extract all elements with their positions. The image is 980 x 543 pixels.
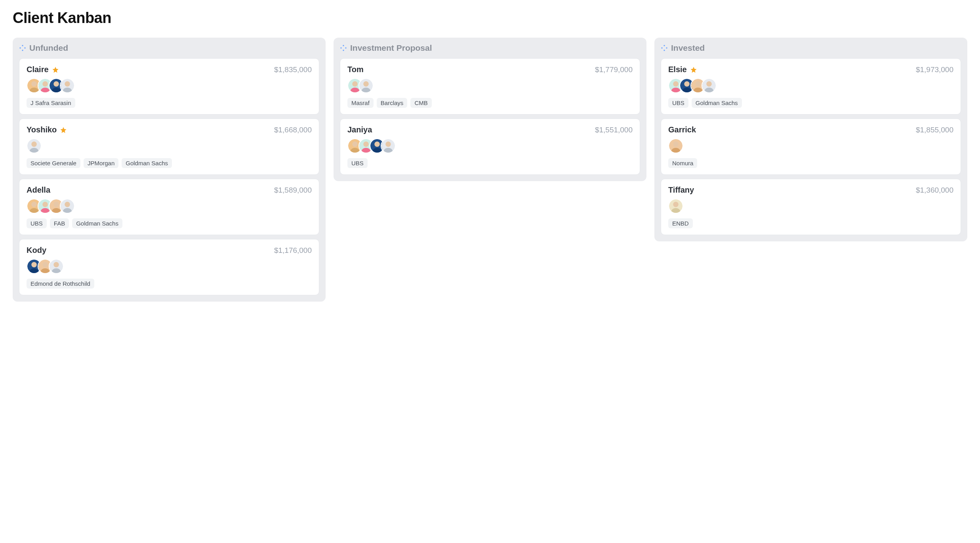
card-header: Yoshiko$1,668,000 (27, 125, 312, 134)
svg-point-37 (352, 141, 358, 147)
avatar (60, 199, 75, 214)
diamond-icon (340, 44, 347, 52)
svg-point-19 (53, 202, 59, 207)
svg-point-17 (42, 202, 48, 207)
tag: ENBD (668, 218, 693, 228)
card-header: Adella$1,589,000 (27, 185, 312, 195)
svg-point-43 (385, 141, 391, 147)
tag: JPMorgan (84, 158, 118, 168)
tag-list: Edmond de Rothschild (27, 279, 312, 289)
column-title: Unfunded (29, 43, 68, 53)
cards-list: Tom$1,779,000MasrafBarclaysCMBJaniya$1,5… (340, 58, 640, 175)
tag: UBS (27, 218, 47, 228)
client-amount: $1,779,000 (595, 65, 633, 74)
client-card[interactable]: Elsie$1,973,000UBSGoldman Sachs (661, 58, 961, 115)
client-amount: $1,668,000 (274, 126, 312, 134)
cards-list: Claire$1,835,000J Safra SarasinYoshiko$1… (19, 58, 319, 295)
tag-list: Nomura (668, 158, 953, 168)
card-header: Janiya$1,551,000 (347, 125, 633, 134)
client-card[interactable]: Garrick$1,855,000Nomura (661, 119, 961, 175)
card-header: Garrick$1,855,000 (668, 125, 953, 134)
client-card[interactable]: Adella$1,589,000UBSFABGoldman Sachs (19, 179, 319, 235)
client-name: Adella (27, 185, 50, 195)
svg-point-55 (706, 81, 712, 87)
svg-rect-47 (664, 50, 665, 51)
diamond-icon (19, 44, 26, 52)
client-amount: $1,176,000 (274, 246, 312, 255)
client-card[interactable]: Janiya$1,551,000UBS (340, 119, 640, 175)
client-amount: $1,973,000 (916, 65, 953, 74)
svg-point-41 (374, 141, 380, 147)
avatar-group (347, 138, 633, 153)
tag: UBS (347, 158, 368, 168)
card-header: Tiffany$1,360,000 (668, 185, 953, 195)
svg-point-9 (53, 81, 59, 87)
avatar-group (668, 138, 953, 153)
avatar (358, 78, 374, 93)
svg-point-25 (42, 262, 48, 268)
column-header: Invested (661, 38, 961, 58)
client-name: Garrick (668, 125, 696, 134)
svg-point-51 (684, 81, 690, 87)
diamond-icon (661, 44, 668, 52)
svg-rect-45 (661, 47, 663, 49)
client-name: Tom (347, 65, 364, 74)
svg-point-57 (673, 141, 679, 147)
avatar (381, 138, 396, 153)
avatar-group (27, 259, 312, 274)
avatar-group (27, 199, 312, 214)
client-card[interactable]: Claire$1,835,000J Safra Sarasin (19, 58, 319, 115)
svg-point-39 (363, 141, 369, 147)
client-name: Janiya (347, 125, 372, 134)
svg-point-5 (31, 81, 37, 87)
svg-rect-1 (19, 47, 21, 49)
svg-point-49 (673, 81, 679, 87)
tag: CMB (410, 98, 431, 108)
svg-rect-31 (343, 50, 344, 51)
kanban-column-proposal: Investment ProposalTom$1,779,000MasrafBa… (334, 38, 646, 181)
client-name-text: Tiffany (668, 185, 694, 195)
avatar (27, 138, 42, 153)
svg-point-27 (53, 262, 59, 268)
svg-point-13 (31, 141, 37, 147)
client-amount: $1,835,000 (274, 65, 312, 74)
avatar (702, 78, 717, 93)
svg-rect-3 (22, 50, 23, 51)
star-icon (60, 126, 67, 134)
client-card[interactable]: Tom$1,779,000MasrafBarclaysCMB (340, 58, 640, 115)
client-card[interactable]: Kody$1,176,000Edmond de Rothschild (19, 239, 319, 295)
client-amount: $1,855,000 (916, 126, 953, 134)
tag: Societe Generale (27, 158, 80, 168)
tag: Edmond de Rothschild (27, 279, 94, 289)
client-name-text: Kody (27, 246, 46, 255)
client-name: Kody (27, 246, 46, 255)
tag-list: Societe GeneraleJPMorganGoldman Sachs (27, 158, 312, 168)
star-icon (52, 66, 59, 73)
tag: Barclays (377, 98, 408, 108)
tag: Goldman Sachs (122, 158, 172, 168)
tag: Masraf (347, 98, 374, 108)
avatar (60, 78, 75, 93)
svg-rect-28 (343, 45, 344, 46)
avatar (668, 199, 683, 214)
client-name-text: Yoshiko (27, 125, 57, 134)
svg-point-7 (42, 81, 48, 87)
client-card[interactable]: Yoshiko$1,668,000Societe GeneraleJPMorga… (19, 119, 319, 175)
tag-list: UBSFABGoldman Sachs (27, 218, 312, 228)
client-name-text: Claire (27, 65, 49, 74)
avatar-group (668, 199, 953, 214)
column-header: Investment Proposal (340, 38, 640, 58)
page-title: Client Kanban (13, 10, 967, 27)
column-header: Unfunded (19, 38, 319, 58)
kanban-column-unfunded: UnfundedClaire$1,835,000J Safra SarasinY… (13, 38, 326, 302)
client-card[interactable]: Tiffany$1,360,000ENBD (661, 179, 961, 235)
avatar (49, 259, 64, 274)
tag: UBS (668, 98, 688, 108)
svg-point-23 (31, 262, 37, 268)
svg-rect-0 (22, 45, 23, 46)
svg-point-35 (363, 81, 369, 87)
client-amount: $1,589,000 (274, 186, 312, 195)
cards-list: Elsie$1,973,000UBSGoldman SachsGarrick$1… (661, 58, 961, 235)
client-name: Elsie (668, 65, 697, 74)
tag: FAB (50, 218, 69, 228)
